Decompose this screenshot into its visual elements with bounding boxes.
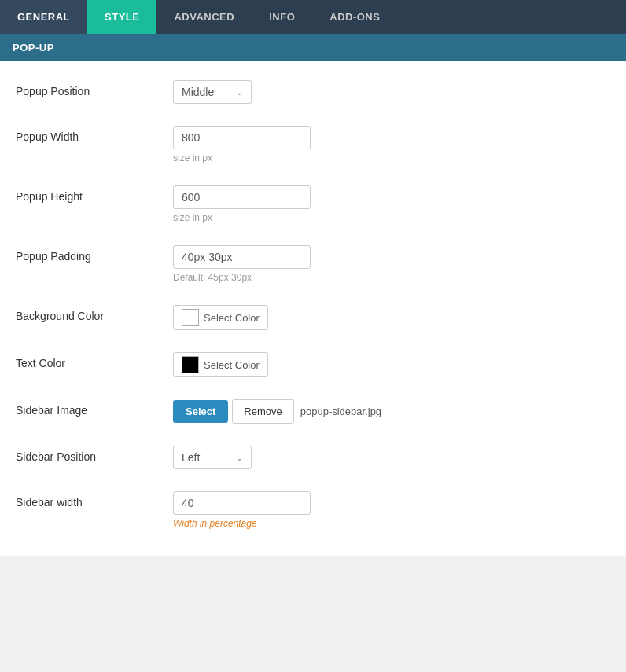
popup-padding-label: Popup Padding <box>16 245 173 263</box>
section-title: POP-UP <box>13 42 54 53</box>
popup-height-hint: size in px <box>173 212 610 223</box>
background-color-btn-label: Select Color <box>204 312 260 324</box>
sidebar-position-value: Left <box>182 451 200 464</box>
tab-info[interactable]: INFO <box>252 0 312 34</box>
sidebar-image-remove-button[interactable]: Remove <box>232 399 293 424</box>
sidebar-position-dropdown[interactable]: Left ⌄ <box>173 446 252 469</box>
popup-padding-hint: Default: 45px 30px <box>173 272 610 283</box>
background-color-control: Select Color <box>173 305 610 330</box>
background-color-btn[interactable]: Select Color <box>173 305 268 330</box>
popup-width-input[interactable] <box>173 126 311 149</box>
popup-padding-row: Popup Padding Default: 45px 30px <box>0 234 626 294</box>
sidebar-image-filename: popup-sidebar.jpg <box>300 406 381 417</box>
popup-width-label: Popup Width <box>16 126 173 143</box>
background-color-label: Background Color <box>16 305 173 322</box>
form-area: Popup Position Middle ⌄ Popup Width size… <box>0 61 626 556</box>
popup-height-control: size in px <box>173 185 610 223</box>
background-color-row: Background Color Select Color <box>0 294 626 341</box>
text-color-swatch <box>182 356 199 373</box>
chevron-down-icon: ⌄ <box>236 87 243 97</box>
sidebar-image-control: Select Remove popup-sidebar.jpg <box>173 399 610 424</box>
sidebar-width-hint: Width in percentage <box>173 518 610 529</box>
content-area: POP-UP Popup Position Middle ⌄ Popup Wid… <box>0 34 626 556</box>
sidebar-position-row: Sidebar Position Left ⌄ <box>0 435 626 480</box>
popup-height-input[interactable] <box>173 185 311 209</box>
section-header: POP-UP <box>0 34 626 61</box>
popup-position-value: Middle <box>182 86 214 98</box>
tab-general[interactable]: GENERAL <box>0 0 87 34</box>
sidebar-position-control: Left ⌄ <box>173 446 610 469</box>
tab-addons[interactable]: ADD-ONS <box>312 0 397 34</box>
popup-width-row: Popup Width size in px <box>0 115 626 174</box>
popup-height-row: Popup Height size in px <box>0 174 626 234</box>
sidebar-width-label: Sidebar width <box>16 491 173 509</box>
sidebar-image-row: Sidebar Image Select Remove popup-sideba… <box>0 388 626 435</box>
tab-style[interactable]: STYLE <box>87 0 156 34</box>
sidebar-image-label: Sidebar Image <box>16 399 173 417</box>
text-color-btn-label: Select Color <box>204 359 260 371</box>
text-color-btn[interactable]: Select Color <box>173 352 268 377</box>
text-color-label: Text Color <box>16 352 173 369</box>
sidebar-image-select-button[interactable]: Select <box>173 400 228 423</box>
popup-position-label: Popup Position <box>16 80 173 97</box>
popup-width-control: size in px <box>173 126 610 163</box>
popup-position-control: Middle ⌄ <box>173 80 610 104</box>
sidebar-width-row: Sidebar width Width in percentage <box>0 480 626 540</box>
popup-padding-input[interactable] <box>173 245 311 269</box>
text-color-row: Text Color Select Color <box>0 341 626 388</box>
tab-advanced[interactable]: ADVANCED <box>156 0 252 34</box>
text-color-control: Select Color <box>173 352 610 377</box>
tab-bar: GENERAL STYLE ADVANCED INFO ADD-ONS <box>0 0 626 34</box>
popup-position-row: Popup Position Middle ⌄ <box>0 69 626 115</box>
sidebar-width-input[interactable] <box>173 491 311 515</box>
background-color-swatch <box>182 309 199 326</box>
chevron-down-icon: ⌄ <box>236 453 243 463</box>
sidebar-width-control: Width in percentage <box>173 491 610 529</box>
sidebar-position-label: Sidebar Position <box>16 446 173 463</box>
popup-height-label: Popup Height <box>16 185 173 203</box>
popup-width-hint: size in px <box>173 152 610 163</box>
popup-position-dropdown[interactable]: Middle ⌄ <box>173 80 252 104</box>
popup-padding-control: Default: 45px 30px <box>173 245 610 283</box>
